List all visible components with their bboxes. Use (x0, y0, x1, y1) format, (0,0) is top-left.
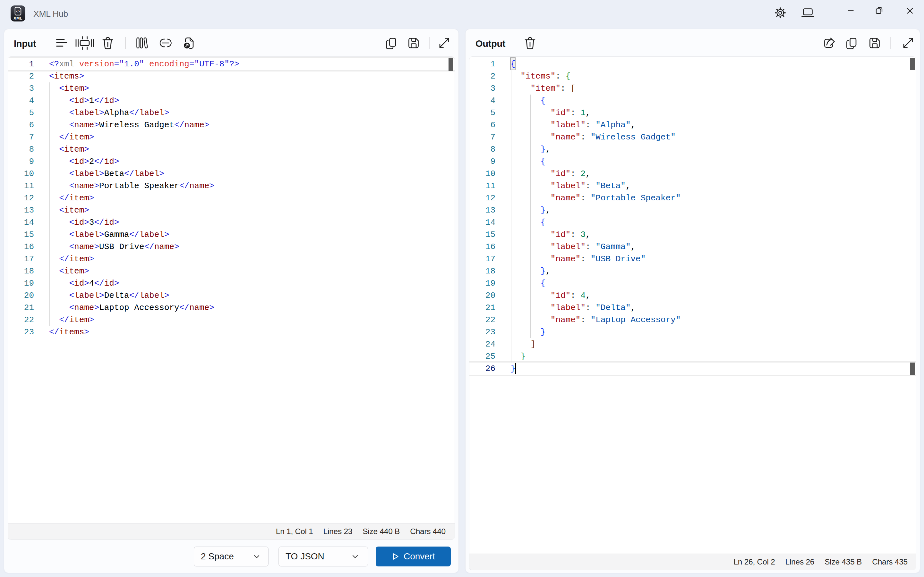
svg-text:XML: XML (13, 16, 23, 21)
svg-text:</>: </> (16, 10, 20, 13)
